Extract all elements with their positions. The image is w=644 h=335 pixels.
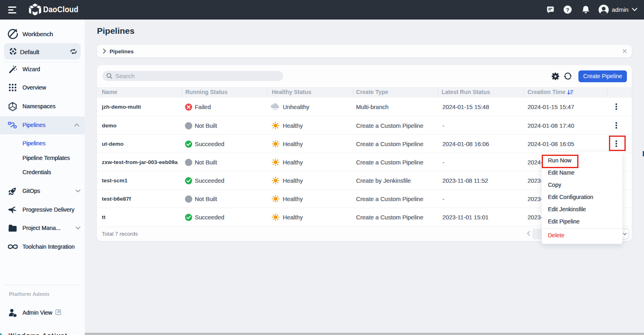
svg-text:?: ?	[566, 7, 569, 13]
